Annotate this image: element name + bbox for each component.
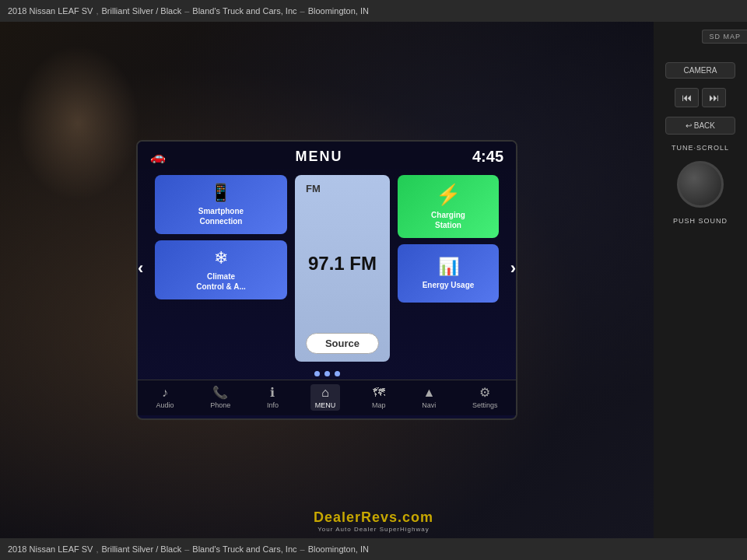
info-label: Info: [267, 401, 279, 409]
climate-icon: ❄: [214, 248, 228, 268]
left-panel: 📱 SmartphoneConnection ❄ ClimateControl …: [155, 175, 287, 362]
car-status-icon: 🚗: [150, 149, 166, 164]
screen-page-dots: [138, 368, 516, 380]
phone-icon: 📞: [212, 385, 228, 400]
photo-area: 🚗 MENU 4:45 ‹ 📱 SmartphoneCon: [0, 22, 654, 538]
sd-label: SD MAP: [709, 33, 741, 40]
nav-menu[interactable]: ⌂ MENU: [310, 384, 341, 411]
bottom-bar-sep3: –: [300, 544, 305, 554]
map-icon: 🗺: [373, 386, 385, 400]
tune-scroll-knob[interactable]: [677, 161, 724, 208]
menu-home-icon: ⌂: [321, 386, 329, 400]
energy-icon: 📊: [438, 257, 459, 277]
phone-label: Phone: [210, 401, 230, 409]
top-bar-location: Bloomington, IN: [308, 6, 369, 16]
climate-control-tile[interactable]: ❄ ClimateControl & A...: [155, 240, 287, 299]
energy-label: Energy Usage: [423, 280, 475, 290]
screen-icons: 🚗: [150, 149, 166, 164]
audio-label: Audio: [156, 401, 174, 409]
screen-container: 🚗 MENU 4:45 ‹ 📱 SmartphoneCon: [136, 140, 517, 420]
energy-usage-tile[interactable]: 📊 Energy Usage: [398, 244, 499, 303]
bottom-bar: DealerRevs.com Your Auto Dealer SuperHig…: [0, 538, 747, 560]
hardware-panel: SD MAP CAMERA ⏮ ⏭ ↩ BACK TUNE·SCROLL PUS…: [654, 22, 747, 538]
prev-button[interactable]: ⏮: [675, 88, 699, 107]
right-panel: ⚡ ChargingStation 📊 Energy Usage: [398, 175, 499, 362]
fm-frequency: 97.1 FM: [306, 253, 379, 275]
tune-scroll-label: TUNE·SCROLL: [672, 144, 729, 152]
screen-time: 4:45: [472, 148, 503, 166]
bottom-bar-location: Bloomington, IN: [308, 544, 369, 554]
bottom-bar-sep2: –: [184, 544, 189, 554]
top-bar-sep2: –: [184, 6, 189, 16]
camera-button[interactable]: CAMERA: [665, 62, 735, 79]
top-bar-sep3: –: [300, 6, 305, 16]
bottom-bar-vehicle: 2018 Nissan LEAF SV: [8, 544, 93, 554]
navi-label: Navi: [422, 401, 436, 409]
map-label: Map: [372, 401, 386, 409]
bottom-bar-dealer: Bland's Truck and Cars, Inc: [192, 544, 296, 554]
push-sound-label: PUSH SOUND: [673, 217, 728, 225]
right-arrow-button[interactable]: ›: [510, 258, 516, 278]
nav-navi[interactable]: ▲ Navi: [417, 384, 440, 411]
center-panel: FM 97.1 FM Source: [295, 175, 390, 362]
top-bar-sep1: ,: [96, 6, 98, 16]
audio-icon: ♪: [162, 386, 168, 400]
nav-settings[interactable]: ⚙ Settings: [468, 383, 503, 411]
sd-card-area: SD MAP: [702, 30, 747, 44]
bottom-bar-color: Brilliant Silver / Black: [102, 544, 182, 554]
navi-icon: ▲: [423, 386, 435, 400]
back-button[interactable]: ↩ BACK: [665, 117, 735, 135]
next-button[interactable]: ⏭: [702, 88, 726, 107]
media-controls: ⏮ ⏭: [675, 88, 726, 107]
watermark-sub: Your Auto Dealer SuperHighway: [314, 526, 433, 533]
info-icon: ℹ: [270, 385, 275, 400]
screen-title: MENU: [166, 149, 472, 165]
watermark-logo: DealerRevs.com: [314, 509, 433, 526]
nav-info[interactable]: ℹ Info: [262, 383, 283, 411]
charging-station-tile[interactable]: ⚡ ChargingStation: [398, 175, 499, 238]
hand-overlay: [16, 45, 140, 201]
smartphone-label: SmartphoneConnection: [198, 206, 244, 226]
dot-1: [314, 371, 320, 376]
charging-label: ChargingStation: [431, 210, 465, 230]
nav-map[interactable]: 🗺 Map: [367, 384, 391, 411]
top-bar-dealer: Bland's Truck and Cars, Inc: [192, 6, 296, 16]
dot-3: [335, 371, 340, 376]
bottom-bar-sep1: ,: [96, 544, 98, 554]
smartphone-icon: 📱: [210, 183, 231, 203]
smartphone-connection-tile[interactable]: 📱 SmartphoneConnection: [155, 175, 287, 234]
screen-header: 🚗 MENU 4:45: [138, 142, 516, 169]
fm-label: FM: [306, 183, 379, 194]
left-arrow-button[interactable]: ‹: [138, 258, 143, 278]
screen-body: ‹ 📱 SmartphoneConnection ❄ ClimateContro…: [138, 169, 516, 368]
top-bar-color: Brilliant Silver / Black: [102, 6, 182, 16]
top-bar-vehicle: 2018 Nissan LEAF SV: [8, 6, 93, 16]
climate-label: ClimateControl & A...: [196, 271, 246, 292]
main-content: 🚗 MENU 4:45 ‹ 📱 SmartphoneCon: [0, 22, 747, 538]
menu-label: MENU: [315, 401, 336, 409]
screen-nav: ♪ Audio 📞 Phone ℹ Info ⌂ MENU: [138, 380, 516, 415]
top-bar: 2018 Nissan LEAF SV , Brilliant Silver /…: [0, 0, 747, 22]
watermark: DealerRevs.com Your Auto Dealer SuperHig…: [314, 509, 433, 533]
charging-icon: ⚡: [436, 183, 461, 207]
source-button[interactable]: Source: [306, 333, 379, 354]
infotainment-screen: 🚗 MENU 4:45 ‹ 📱 SmartphoneCon: [136, 140, 517, 420]
nav-audio[interactable]: ♪ Audio: [151, 384, 178, 411]
settings-label: Settings: [472, 401, 498, 409]
nav-phone[interactable]: 📞 Phone: [205, 383, 235, 411]
dot-2: [324, 371, 330, 376]
settings-icon: ⚙: [479, 385, 490, 400]
fm-tile: FM 97.1 FM Source: [295, 175, 390, 362]
